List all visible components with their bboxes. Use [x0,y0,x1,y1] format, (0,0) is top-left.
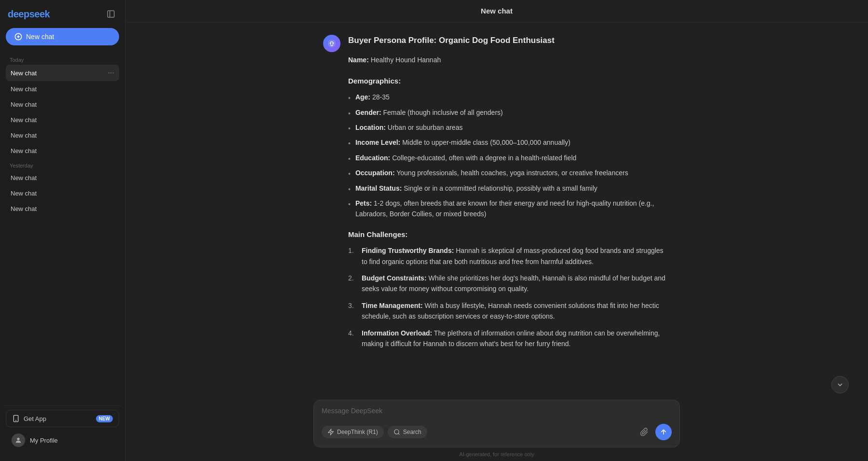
chat-item[interactable]: New chat ··· [6,97,119,112]
bullet-icon: • [348,108,351,119]
sidebar: deepseek New chat Today New chat ··· New… [0,0,125,461]
name-line: Name: Healthy Hound Hannah [348,55,670,66]
page-title: New chat [481,7,513,15]
ai-avatar [323,35,340,52]
bullet-icon: • [348,168,351,179]
search-button[interactable]: Search [388,426,427,438]
list-item: •Gender: Female (though inclusive of all… [348,107,670,119]
ai-disclaimer: AI-generated, for reference only [313,451,680,457]
avatar [12,433,25,447]
input-box: DeepThink (R1) Search [313,400,680,447]
input-area: DeepThink (R1) Search [125,394,868,461]
message-input[interactable] [322,407,672,418]
demographics-heading: Demographics: [348,75,670,87]
chat-item[interactable]: New chat ··· [6,170,119,185]
send-button[interactable] [655,424,672,440]
scroll-to-bottom-button[interactable] [831,376,849,393]
svg-point-9 [330,43,331,45]
chat-area: Buyer Persona Profile: Organic Dog Food … [125,22,868,394]
get-app-button[interactable]: Get App NEW [6,410,119,427]
bullet-icon: • [348,199,351,220]
logo: deepseek [8,9,50,20]
deepthink-button[interactable]: DeepThink (R1) [322,426,384,438]
message-body: Buyer Persona Profile: Organic Dog Food … [348,34,670,355]
message-row: Buyer Persona Profile: Organic Dog Food … [323,34,670,355]
list-item: •Occupation: Young professionals, health… [348,168,670,179]
sidebar-header: deepseek [4,6,121,26]
svg-point-10 [332,43,334,45]
demographics-list: •Age: 28-35 •Gender: Female (though incl… [348,92,670,220]
list-item: 2. Budget Constraints: While she priorit… [348,273,670,294]
new-chat-button[interactable]: New chat [6,28,119,45]
svg-point-8 [328,40,336,48]
list-item: •Age: 28-35 [348,92,670,103]
bullet-icon: • [348,123,351,134]
chat-item[interactable]: New chat ··· [6,201,119,216]
chat-item[interactable]: New chat ··· [6,65,119,81]
list-item: 4. Information Overload: The plethora of… [348,328,670,349]
yesterday-section-label: Yesterday [6,159,119,170]
message-container: Buyer Persona Profile: Organic Dog Food … [313,34,680,355]
sidebar-footer: Get App NEW My Profile [4,405,121,455]
chat-item[interactable]: New chat ··· [6,186,119,201]
bullet-icon: • [348,154,351,164]
list-item: 1. Finding Trustworthy Brands: Hannah is… [348,245,670,267]
today-section-label: Today [6,53,119,65]
bullet-icon: • [348,138,351,149]
main-header: New chat [125,0,868,22]
list-item: •Income Level: Middle to upper-middle cl… [348,137,670,149]
attach-button[interactable] [637,425,651,439]
chat-options-icon[interactable]: ··· [108,69,114,77]
challenges-heading: Main Challenges: [348,228,670,241]
svg-marker-11 [328,429,334,435]
input-toolbar: DeepThink (R1) Search [322,424,672,440]
bullet-icon: • [348,93,351,103]
message-title: Buyer Persona Profile: Organic Dog Food … [348,34,670,48]
list-item: •Marital Status: Single or in a committe… [348,183,670,195]
list-item: •Pets: 1-2 dogs, often breeds that are k… [348,198,670,220]
list-item: 3. Time Management: With a busy lifestyl… [348,300,670,322]
collapse-sidebar-button[interactable] [105,8,117,20]
svg-line-13 [398,433,399,435]
svg-rect-0 [108,11,114,17]
chat-item[interactable]: New chat ··· [6,112,119,127]
list-item: •Education: College-educated, often with… [348,153,670,164]
svg-point-12 [394,430,398,434]
chat-item[interactable]: New chat ··· [6,143,119,158]
chat-list: Today New chat ··· New chat ··· New chat… [4,53,121,405]
list-item: •Location: Urban or suburban areas [348,122,670,134]
profile-button[interactable]: My Profile [6,429,119,451]
bullet-icon: • [348,184,351,195]
challenges-list: 1. Finding Trustworthy Brands: Hannah is… [348,245,670,349]
svg-point-7 [17,438,19,440]
main-content: New chat Buyer Persona Profile: Organic … [125,0,868,461]
chat-item[interactable]: New chat ··· [6,82,119,97]
new-badge: NEW [96,415,113,422]
chat-item[interactable]: New chat ··· [6,128,119,143]
